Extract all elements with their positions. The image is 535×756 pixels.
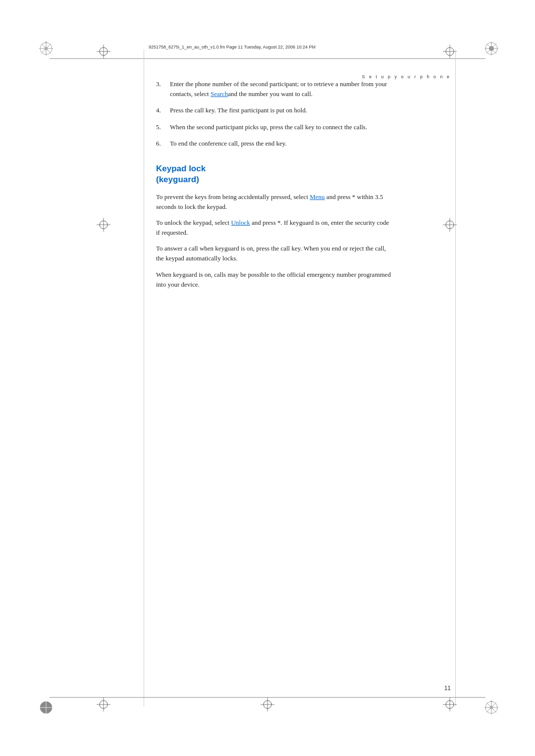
doc-metadata: 9251758_6275i_1_en_au_oth_v1.0.fm Page 1… (149, 45, 456, 50)
top-left-inner-crosshair-icon (97, 45, 110, 58)
bottom-right-gear-icon (482, 699, 500, 716)
top-right-gear-icon (482, 40, 500, 57)
main-content: 3. Enter the phone number of the second … (156, 69, 394, 296)
list-item: 4. Press the call key. The first partici… (156, 105, 394, 115)
svg-line-6 (45, 42, 46, 43)
page-number: 11 (444, 685, 451, 692)
keypad-section-title: Keypad lock (keyguard) (156, 163, 394, 185)
svg-point-20 (489, 46, 494, 51)
keypad-para-2: To unlock the keypad, select Unlock and … (156, 218, 394, 238)
svg-line-7 (46, 42, 48, 43)
bottom-left-gear-icon (37, 699, 55, 716)
unlock-link: Unlock (231, 219, 250, 226)
svg-line-45 (490, 701, 491, 702)
top-left-gear-icon (37, 40, 55, 57)
list-item: 6. To end the conference call, press the… (156, 139, 394, 149)
search-link: Search (211, 90, 228, 98)
bottom-right-crosshair-icon (443, 698, 457, 711)
header-rule (50, 58, 485, 59)
keypad-para-3: To answer a call when keyguard is on, pr… (156, 244, 394, 263)
left-margin-rule (144, 50, 144, 706)
right-mid-upper-crosshair-icon (443, 218, 457, 232)
numbered-list: 3. Enter the phone number of the second … (156, 79, 394, 149)
keypad-section: Keypad lock (keyguard) To prevent the ke… (156, 163, 394, 290)
bottom-center-crosshair-icon (261, 698, 274, 711)
keypad-para-4: When keyguard is on, calls may be possib… (156, 270, 394, 290)
right-margin-rule (455, 50, 456, 706)
bottom-left-crosshair-icon (97, 698, 110, 711)
list-item: 5. When the second participant picks up,… (156, 122, 394, 132)
menu-link: Menu (310, 193, 324, 201)
svg-line-46 (491, 701, 493, 702)
left-mid-upper-crosshair-icon (97, 218, 110, 232)
keypad-para-1: To prevent the keys from being accidenta… (156, 192, 394, 212)
list-item: 3. Enter the phone number of the second … (156, 79, 394, 99)
